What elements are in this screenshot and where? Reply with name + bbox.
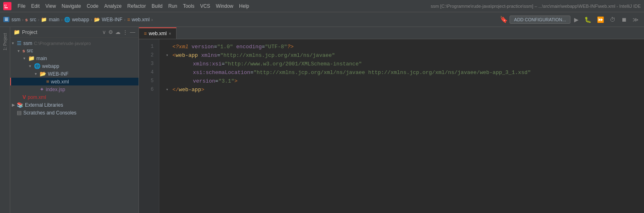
code-line-6-bracket: </ [172,85,179,94]
jsp-icon-tree: ✦ [40,86,44,92]
breadcrumb-sep-5: › [124,17,126,22]
tree-item-indexjsp[interactable]: ✦ index.jsp [10,85,139,93]
code-editor[interactable]: 1 2 3 4 5 6 <?xml version="1.0" encoding… [139,39,644,213]
tree-item-scratches[interactable]: ▤ Scratches and Consoles [10,109,139,117]
tree-label-scratches: Scratches and Consoles [23,110,76,116]
module-icon-ssm: ☰ [17,40,22,46]
breadcrumb-webinf[interactable]: 📂 WEB-INF [94,17,123,22]
line-numbers-gutter: 1 2 3 4 5 6 [139,39,159,213]
menu-analyze[interactable]: Analyze [101,2,125,10]
folder-icon-main: 📁 [28,55,35,61]
code-line-4-eq: = [250,68,253,77]
menu-run[interactable]: Run [165,2,180,10]
breadcrumb-src[interactable]: s src [25,17,36,22]
code-line-3-eq: = [221,60,225,68]
module-icon: ☰ [3,17,9,22]
code-line-3-val: "http://www.w3.org/2001/XMLSchema-instan… [225,60,362,68]
menu-refactor[interactable]: Refactor [125,2,149,10]
project-more-icon[interactable]: ⋮ [123,29,128,35]
breadcrumb-chevron: › [151,17,153,22]
code-line-1-attr1: version [192,43,214,51]
editor-tabs-bar: ≡ web.xml × [139,27,644,39]
code-line-1-attr2: encoding [236,43,262,51]
tree-item-webinf[interactable]: ▾ 📂 WEB-INF [10,70,139,78]
breadcrumb-main[interactable]: 📁 main [41,17,59,22]
menu-vcs[interactable]: VCS [197,2,213,10]
project-minimize-icon[interactable]: — [130,29,135,35]
code-line-2: ▾ <web-app xmlns="http://xmlns.jcp.org/x… [166,51,644,60]
tree-label-indexjsp: index.jsp [46,87,65,92]
code-line-3: xmlns:xsi="http://www.w3.org/2001/XMLSch… [166,60,644,68]
tree-label-webapp: webapp [42,63,59,69]
pom-icon-tree: V [22,94,26,100]
code-line-5-close: > [234,77,237,85]
tree-label-webxml: web.xml [51,79,69,85]
more-button[interactable]: ≫ [631,15,641,24]
code-line-1-val2: "UTF-8" [265,43,287,51]
stop-button[interactable]: ⏹ [619,15,629,24]
tree-item-webapp[interactable]: ▾ 🌐 webapp [10,62,139,70]
breadcrumb-ssm[interactable]: ☰ ssm [3,17,20,22]
side-strip: 1: Project [0,27,10,213]
breadcrumb-webxml[interactable]: ≡ web.xml [127,17,150,22]
code-content[interactable]: <?xml version="1.0" encoding="UTF-8"?> ▾… [159,39,644,213]
tree-arrow-extlibs: ▶ [12,103,16,107]
breadcrumb-webxml-label: web.xml [132,17,150,22]
tree-arrow-webapp: ▾ [29,64,33,68]
code-line-4-attr: xsi:schemaLocation [193,68,250,77]
breadcrumb-sep-1: › [22,17,24,22]
add-configuration-button[interactable]: ADD CONFIGURATION... [510,16,570,24]
code-line-5-eq: = [215,77,219,85]
code-line-5-val: "3.1" [218,77,234,85]
tree-item-extlibs[interactable]: ▶ 📚 External Libraries [10,101,139,109]
tree-arrow-main: ▾ [23,56,27,61]
project-filter-icon[interactable]: ☁ [115,29,121,35]
window-title: ssm [C:\Programme\rude-java\project-prac… [431,4,641,9]
menu-tools[interactable]: Tools [180,2,197,10]
webinf-folder-icon: 📂 [94,17,100,22]
fold-arrow-6[interactable]: ▾ [166,85,171,94]
profile-button[interactable]: ⏱ [608,15,617,24]
project-panel-strip-label[interactable]: 1: Project [3,33,7,50]
tree-item-webxml[interactable]: ≡ web.xml [10,78,139,85]
tree-item-ssm[interactable]: ▾ ☰ ssm C:\Programme\rude-java\pro [10,39,139,47]
svg-rect-1 [4,7,8,8]
webapp-icon-tree: 🌐 [34,63,40,69]
code-line-6-close: > [201,85,204,94]
webinf-icon-tree: 📂 [40,71,46,77]
code-line-1-end: ?> [287,43,294,51]
project-panel-title: Project [22,29,100,35]
tab-webxml[interactable]: ≡ web.xml × [139,27,177,39]
code-line-4: xsi:schemaLocation="http://xmlns.jcp.org… [166,68,644,77]
debug-button[interactable]: 🐛 [582,15,593,24]
menu-code[interactable]: Code [84,2,101,10]
menu-view[interactable]: View [42,2,59,10]
project-panel-header: 📁 Project ∨ ⚙ ☁ ⋮ — [10,27,139,38]
code-line-2-val: "http://xmlns.jcp.org/xml/ns/javaee" [220,51,335,60]
tree-arrow-src: ▾ [18,49,22,53]
menu-window[interactable]: Window [213,2,236,10]
fold-arrow-2[interactable]: ▾ [166,51,171,60]
code-line-2-bracket-open: < [172,51,176,60]
bookmark-icon[interactable]: 🔖 [500,16,508,23]
project-dropdown-chevron[interactable]: ∨ [102,29,106,35]
tab-xml-icon: ≡ [144,31,147,36]
project-tree: ▾ ☰ ssm C:\Programme\rude-java\pro ▾ s s… [10,38,139,213]
menu-build[interactable]: Build [149,2,165,10]
code-line-1: <?xml version="1.0" encoding="UTF-8"?> [166,43,644,51]
project-settings-icon[interactable]: ⚙ [108,29,113,35]
breadcrumb-webapp[interactable]: 🌐 webapp [64,17,89,22]
menu-file[interactable]: File [15,2,28,10]
tree-item-src[interactable]: ▾ s src [10,47,139,54]
main-layout: 1: Project 📁 Project ∨ ⚙ ☁ ⋮ — ▾ ☰ ssm C… [0,27,644,213]
breadcrumb-ssm-label: ssm [11,17,20,22]
menu-navigate[interactable]: Navigate [59,2,84,10]
run-with-coverage-button[interactable]: ⏩ [595,15,606,24]
tree-item-main[interactable]: ▾ 📁 main [10,54,139,62]
run-button[interactable]: ▶ [572,15,581,24]
tree-item-pomxml[interactable]: V pom.xml [10,93,139,101]
menu-help[interactable]: Help [236,2,252,10]
tab-close-button[interactable]: × [169,31,171,36]
breadcrumb-main-label: main [49,17,59,22]
menu-edit[interactable]: Edit [28,2,42,10]
